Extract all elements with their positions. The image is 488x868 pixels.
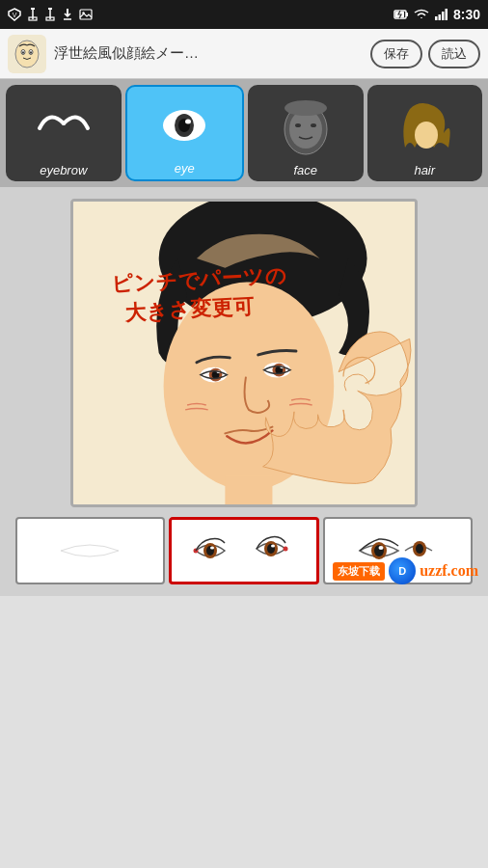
app-bar-buttons: 保存 読込 [370,40,480,68]
app-logo [12,37,42,71]
eye-option-2[interactable] [169,517,320,584]
eye-option-1-svg [46,525,133,578]
svg-point-55 [284,547,288,552]
svg-rect-15 [435,16,438,20]
usb-icon-1 [27,8,39,21]
svg-point-30 [295,123,301,127]
face-label: face [293,163,317,177]
hair-icon-container [371,91,479,161]
battery-charging-icon [393,8,409,21]
face-preview[interactable]: ピンチでパーツの 大きさ変更可 [70,199,418,507]
svg-point-33 [415,122,438,149]
face-icon-container [252,91,360,161]
load-button[interactable]: 読込 [428,40,480,68]
svg-rect-2 [31,8,35,10]
usb-icon-2 [44,8,56,21]
eye-svg-icon [150,99,218,152]
hair-label: hair [414,163,435,177]
svg-rect-5 [48,8,52,10]
wifi-icon [413,8,430,21]
svg-rect-37 [225,476,272,504]
svg-point-27 [185,120,191,124]
status-right: 8:30 [393,7,480,22]
category-tabs: eyebrow eye face [0,79,488,187]
svg-rect-13 [406,13,408,16]
svg-point-60 [416,544,423,554]
status-bar: V 8:30 [0,0,488,29]
tab-hair[interactable]: hair [367,85,483,181]
svg-point-32 [285,100,327,116]
eye-option-2-svg [191,522,297,580]
tab-face[interactable]: face [248,85,364,181]
app-bar: 浮世絵風似顔絵メー… 保存 読込 [0,29,488,79]
eyebrow-svg-icon [30,99,97,152]
image-icon [79,8,93,21]
eyebrow-label: eyebrow [40,163,87,177]
eye-label: eye [175,161,195,176]
duzzf-logo: D [389,557,416,584]
eye-icon-container [131,93,239,159]
shield-icon: V [8,8,21,21]
svg-text:V: V [13,12,17,18]
svg-point-58 [378,546,383,550]
tab-eye[interactable]: eye [125,85,245,181]
svg-point-50 [210,547,214,550]
main-content: ピンチでパーツの 大きさ変更可 [0,187,488,596]
source-label: 东坡下载 [333,562,385,581]
svg-point-19 [15,41,39,68]
svg-rect-10 [80,10,92,19]
time-display: 8:30 [453,7,480,22]
svg-point-22 [22,51,24,53]
watermark: 东坡下载 D uzzf.com [333,557,478,584]
svg-point-31 [311,123,316,127]
face-svg-icon [272,95,339,157]
download-icon [62,8,73,21]
hair-svg-icon [391,95,458,157]
eyebrow-icon-container [10,91,118,161]
svg-point-54 [271,545,275,548]
tab-eyebrow[interactable]: eyebrow [6,85,122,181]
eye-option-1[interactable] [15,517,165,584]
svg-point-23 [30,51,32,53]
app-icon [8,35,46,73]
save-button[interactable]: 保存 [370,40,422,68]
app-title: 浮世絵風似顔絵メー… [54,44,363,63]
svg-rect-17 [442,12,445,20]
svg-rect-18 [445,9,447,20]
duzzf-text: uzzf.com [420,562,478,580]
svg-rect-16 [438,14,441,20]
face-canvas: ピンチでパーツの 大きさ変更可 [73,202,415,504]
status-icons-left: V [8,8,93,21]
signal-icon [434,8,449,21]
